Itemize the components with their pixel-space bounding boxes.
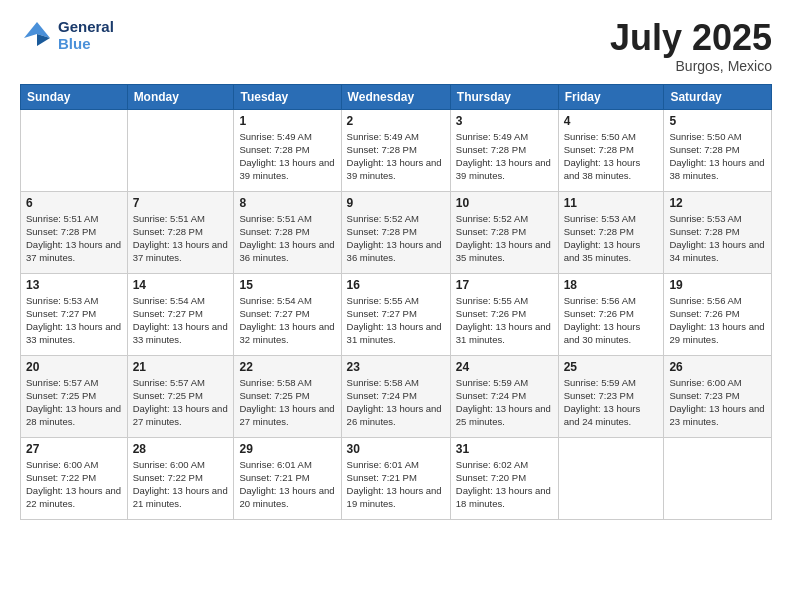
calendar-cell: 30Sunrise: 6:01 AM Sunset: 7:21 PM Dayli… (341, 437, 450, 519)
calendar-cell: 22Sunrise: 5:58 AM Sunset: 7:25 PM Dayli… (234, 355, 341, 437)
calendar-cell: 31Sunrise: 6:02 AM Sunset: 7:20 PM Dayli… (450, 437, 558, 519)
day-info: Sunrise: 5:49 AM Sunset: 7:28 PM Dayligh… (239, 130, 335, 183)
calendar-cell: 1Sunrise: 5:49 AM Sunset: 7:28 PM Daylig… (234, 109, 341, 191)
calendar-cell: 4Sunrise: 5:50 AM Sunset: 7:28 PM Daylig… (558, 109, 664, 191)
calendar-cell: 6Sunrise: 5:51 AM Sunset: 7:28 PM Daylig… (21, 191, 128, 273)
calendar-cell (21, 109, 128, 191)
day-info: Sunrise: 6:00 AM Sunset: 7:23 PM Dayligh… (669, 376, 766, 429)
day-number: 16 (347, 278, 445, 292)
weekday-header-cell: Thursday (450, 84, 558, 109)
day-info: Sunrise: 5:58 AM Sunset: 7:24 PM Dayligh… (347, 376, 445, 429)
weekday-header-cell: Friday (558, 84, 664, 109)
day-info: Sunrise: 6:00 AM Sunset: 7:22 PM Dayligh… (26, 458, 122, 511)
day-number: 21 (133, 360, 229, 374)
weekday-header-cell: Tuesday (234, 84, 341, 109)
day-number: 9 (347, 196, 445, 210)
day-info: Sunrise: 5:52 AM Sunset: 7:28 PM Dayligh… (456, 212, 553, 265)
calendar-cell (127, 109, 234, 191)
weekday-header-cell: Wednesday (341, 84, 450, 109)
day-info: Sunrise: 6:01 AM Sunset: 7:21 PM Dayligh… (239, 458, 335, 511)
calendar-cell: 23Sunrise: 5:58 AM Sunset: 7:24 PM Dayli… (341, 355, 450, 437)
calendar-cell: 11Sunrise: 5:53 AM Sunset: 7:28 PM Dayli… (558, 191, 664, 273)
calendar-cell: 21Sunrise: 5:57 AM Sunset: 7:25 PM Dayli… (127, 355, 234, 437)
day-number: 23 (347, 360, 445, 374)
calendar-cell: 16Sunrise: 5:55 AM Sunset: 7:27 PM Dayli… (341, 273, 450, 355)
day-info: Sunrise: 5:54 AM Sunset: 7:27 PM Dayligh… (239, 294, 335, 347)
calendar-cell: 12Sunrise: 5:53 AM Sunset: 7:28 PM Dayli… (664, 191, 772, 273)
calendar-week-row: 6Sunrise: 5:51 AM Sunset: 7:28 PM Daylig… (21, 191, 772, 273)
day-number: 27 (26, 442, 122, 456)
calendar-cell: 24Sunrise: 5:59 AM Sunset: 7:24 PM Dayli… (450, 355, 558, 437)
day-number: 11 (564, 196, 659, 210)
calendar-table: SundayMondayTuesdayWednesdayThursdayFrid… (20, 84, 772, 520)
calendar-cell (558, 437, 664, 519)
calendar-cell: 5Sunrise: 5:50 AM Sunset: 7:28 PM Daylig… (664, 109, 772, 191)
day-number: 14 (133, 278, 229, 292)
day-info: Sunrise: 5:56 AM Sunset: 7:26 PM Dayligh… (564, 294, 659, 347)
day-number: 31 (456, 442, 553, 456)
calendar-cell: 3Sunrise: 5:49 AM Sunset: 7:28 PM Daylig… (450, 109, 558, 191)
day-number: 22 (239, 360, 335, 374)
calendar-cell (664, 437, 772, 519)
day-number: 19 (669, 278, 766, 292)
day-info: Sunrise: 6:02 AM Sunset: 7:20 PM Dayligh… (456, 458, 553, 511)
calendar-cell: 14Sunrise: 5:54 AM Sunset: 7:27 PM Dayli… (127, 273, 234, 355)
calendar-cell: 10Sunrise: 5:52 AM Sunset: 7:28 PM Dayli… (450, 191, 558, 273)
day-info: Sunrise: 5:59 AM Sunset: 7:24 PM Dayligh… (456, 376, 553, 429)
day-info: Sunrise: 5:53 AM Sunset: 7:28 PM Dayligh… (669, 212, 766, 265)
day-number: 1 (239, 114, 335, 128)
calendar-cell: 9Sunrise: 5:52 AM Sunset: 7:28 PM Daylig… (341, 191, 450, 273)
day-info: Sunrise: 5:51 AM Sunset: 7:28 PM Dayligh… (239, 212, 335, 265)
calendar-cell: 18Sunrise: 5:56 AM Sunset: 7:26 PM Dayli… (558, 273, 664, 355)
calendar-week-row: 20Sunrise: 5:57 AM Sunset: 7:25 PM Dayli… (21, 355, 772, 437)
day-info: Sunrise: 5:59 AM Sunset: 7:23 PM Dayligh… (564, 376, 659, 429)
calendar-cell: 25Sunrise: 5:59 AM Sunset: 7:23 PM Dayli… (558, 355, 664, 437)
calendar-body: 1Sunrise: 5:49 AM Sunset: 7:28 PM Daylig… (21, 109, 772, 519)
calendar-cell: 19Sunrise: 5:56 AM Sunset: 7:26 PM Dayli… (664, 273, 772, 355)
day-number: 6 (26, 196, 122, 210)
day-number: 15 (239, 278, 335, 292)
day-info: Sunrise: 6:00 AM Sunset: 7:22 PM Dayligh… (133, 458, 229, 511)
day-info: Sunrise: 5:57 AM Sunset: 7:25 PM Dayligh… (26, 376, 122, 429)
calendar-week-row: 13Sunrise: 5:53 AM Sunset: 7:27 PM Dayli… (21, 273, 772, 355)
day-info: Sunrise: 5:55 AM Sunset: 7:26 PM Dayligh… (456, 294, 553, 347)
logo-bird-icon (20, 18, 54, 52)
logo: General Blue (20, 18, 114, 53)
day-number: 30 (347, 442, 445, 456)
header: General Blue July 2025 Burgos, Mexico (20, 18, 772, 74)
calendar-cell: 20Sunrise: 5:57 AM Sunset: 7:25 PM Dayli… (21, 355, 128, 437)
weekday-header-cell: Saturday (664, 84, 772, 109)
weekday-header-cell: Sunday (21, 84, 128, 109)
day-number: 8 (239, 196, 335, 210)
day-info: Sunrise: 5:50 AM Sunset: 7:28 PM Dayligh… (564, 130, 659, 183)
day-info: Sunrise: 5:53 AM Sunset: 7:27 PM Dayligh… (26, 294, 122, 347)
logo-graphic: General Blue (20, 18, 114, 53)
logo-line1: General (58, 18, 114, 35)
day-number: 12 (669, 196, 766, 210)
day-info: Sunrise: 5:52 AM Sunset: 7:28 PM Dayligh… (347, 212, 445, 265)
calendar-cell: 15Sunrise: 5:54 AM Sunset: 7:27 PM Dayli… (234, 273, 341, 355)
month-title: July 2025 (610, 18, 772, 58)
calendar-week-row: 1Sunrise: 5:49 AM Sunset: 7:28 PM Daylig… (21, 109, 772, 191)
day-number: 24 (456, 360, 553, 374)
logo-line2: Blue (58, 35, 114, 52)
day-number: 26 (669, 360, 766, 374)
day-info: Sunrise: 5:51 AM Sunset: 7:28 PM Dayligh… (133, 212, 229, 265)
calendar-cell: 26Sunrise: 6:00 AM Sunset: 7:23 PM Dayli… (664, 355, 772, 437)
calendar-week-row: 27Sunrise: 6:00 AM Sunset: 7:22 PM Dayli… (21, 437, 772, 519)
calendar-cell: 29Sunrise: 6:01 AM Sunset: 7:21 PM Dayli… (234, 437, 341, 519)
calendar-cell: 28Sunrise: 6:00 AM Sunset: 7:22 PM Dayli… (127, 437, 234, 519)
location: Burgos, Mexico (610, 58, 772, 74)
calendar-cell: 17Sunrise: 5:55 AM Sunset: 7:26 PM Dayli… (450, 273, 558, 355)
day-number: 28 (133, 442, 229, 456)
day-info: Sunrise: 5:54 AM Sunset: 7:27 PM Dayligh… (133, 294, 229, 347)
calendar-cell: 27Sunrise: 6:00 AM Sunset: 7:22 PM Dayli… (21, 437, 128, 519)
calendar-cell: 7Sunrise: 5:51 AM Sunset: 7:28 PM Daylig… (127, 191, 234, 273)
day-number: 20 (26, 360, 122, 374)
weekday-header-row: SundayMondayTuesdayWednesdayThursdayFrid… (21, 84, 772, 109)
day-info: Sunrise: 5:58 AM Sunset: 7:25 PM Dayligh… (239, 376, 335, 429)
day-info: Sunrise: 5:49 AM Sunset: 7:28 PM Dayligh… (456, 130, 553, 183)
day-number: 25 (564, 360, 659, 374)
day-number: 13 (26, 278, 122, 292)
day-info: Sunrise: 5:51 AM Sunset: 7:28 PM Dayligh… (26, 212, 122, 265)
